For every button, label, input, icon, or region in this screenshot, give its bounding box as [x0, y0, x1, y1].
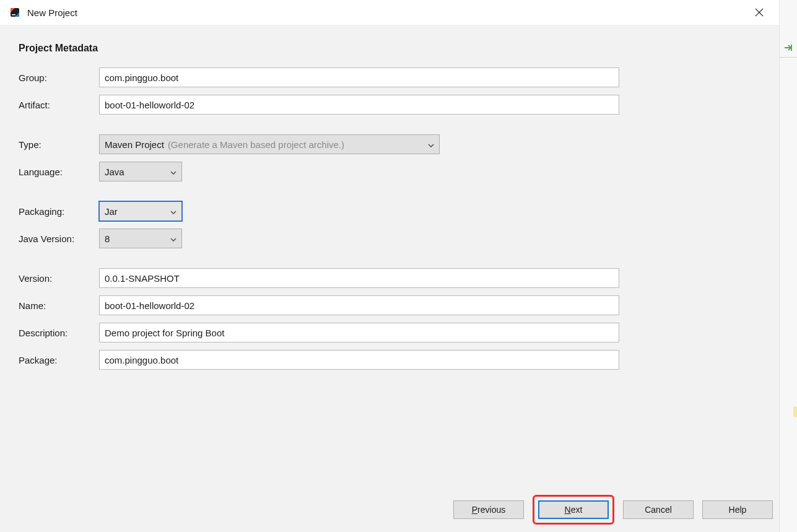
- artifact-label: Artifact:: [19, 100, 99, 110]
- type-select-value: Maven Project: [105, 139, 164, 150]
- type-label: Type:: [19, 139, 99, 150]
- next-button-highlight: Next: [533, 495, 614, 525]
- java-version-select[interactable]: 8: [99, 229, 182, 248]
- name-label: Name:: [19, 300, 99, 311]
- artifact-input[interactable]: [99, 95, 619, 115]
- editor-gutter: [779, 0, 797, 532]
- description-input[interactable]: [99, 323, 619, 342]
- chevron-down-icon: [420, 139, 434, 149]
- section-heading: Project Metadata: [19, 43, 760, 54]
- gutter-separator: [779, 57, 797, 58]
- metadata-form: Group: Artifact: Type: Maven Project (Ge…: [19, 68, 619, 370]
- gutter-marker: [793, 407, 797, 417]
- type-select[interactable]: Maven Project (Generate a Maven based pr…: [99, 134, 440, 154]
- close-icon: [755, 8, 764, 17]
- intellij-icon: [9, 6, 21, 19]
- window-title: New Project: [27, 7, 77, 18]
- title-bar: New Project: [0, 0, 779, 25]
- chevron-down-icon: [163, 233, 176, 243]
- java-version-label: Java Version:: [19, 233, 99, 244]
- previous-button[interactable]: Previous: [453, 500, 524, 519]
- description-label: Description:: [19, 328, 99, 338]
- version-input[interactable]: [99, 268, 619, 288]
- package-label: Package:: [19, 355, 99, 365]
- chevron-down-icon: [163, 167, 176, 177]
- group-label: Group:: [19, 72, 99, 83]
- chevron-down-icon: [163, 206, 176, 216]
- language-label: Language:: [19, 167, 99, 177]
- package-input[interactable]: [99, 350, 619, 370]
- help-button[interactable]: Help: [702, 500, 773, 519]
- name-input[interactable]: [99, 295, 619, 315]
- dialog-footer: Previous Next Cancel Help: [453, 495, 773, 525]
- cancel-button[interactable]: Cancel: [623, 500, 694, 519]
- svg-rect-1: [12, 14, 15, 15]
- dialog-content: Project Metadata Group: Artifact: Type: …: [0, 25, 779, 532]
- packaging-select[interactable]: Jar: [99, 201, 182, 221]
- version-label: Version:: [19, 273, 99, 284]
- next-button[interactable]: Next: [538, 500, 609, 519]
- type-select-hint: (Generate a Maven based project archive.…: [168, 139, 344, 150]
- language-select[interactable]: Java: [99, 162, 182, 181]
- packaging-label: Packaging:: [19, 206, 99, 217]
- packaging-select-value: Jar: [105, 206, 118, 217]
- language-select-value: Java: [105, 167, 124, 177]
- group-input[interactable]: [99, 68, 619, 87]
- svg-rect-2: [791, 45, 792, 51]
- close-button[interactable]: [748, 1, 770, 24]
- java-version-select-value: 8: [105, 233, 110, 244]
- right-arrow-icon: [783, 43, 793, 54]
